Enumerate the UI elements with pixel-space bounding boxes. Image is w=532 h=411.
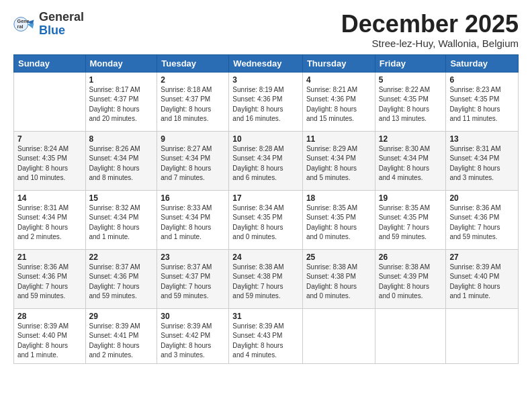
day-number: 23 <box>161 253 225 262</box>
table-row: 18Sunrise: 8:35 AM Sunset: 4:35 PM Dayli… <box>302 190 375 249</box>
table-row: 2Sunrise: 8:18 AM Sunset: 4:37 PM Daylig… <box>157 72 229 131</box>
day-info: Sunrise: 8:18 AM Sunset: 4:37 PM Dayligh… <box>161 85 225 124</box>
col-saturday: Saturday <box>446 54 519 72</box>
day-number: 30 <box>161 312 225 321</box>
table-row: 15Sunrise: 8:32 AM Sunset: 4:34 PM Dayli… <box>85 190 157 249</box>
table-row: 31Sunrise: 8:39 AM Sunset: 4:43 PM Dayli… <box>229 308 303 363</box>
day-number: 19 <box>379 193 443 203</box>
day-number: 31 <box>232 312 299 321</box>
day-number: 26 <box>379 253 443 262</box>
day-number: 28 <box>17 312 82 321</box>
day-number: 18 <box>306 193 371 203</box>
table-row: 19Sunrise: 8:35 AM Sunset: 4:35 PM Dayli… <box>375 190 446 249</box>
day-number: 1 <box>89 75 154 85</box>
day-number: 5 <box>379 75 443 85</box>
table-row <box>375 308 446 363</box>
day-number: 11 <box>306 134 371 144</box>
col-sunday: Sunday <box>14 54 86 72</box>
day-info: Sunrise: 8:28 AM Sunset: 4:34 PM Dayligh… <box>232 144 299 183</box>
day-info: Sunrise: 8:19 AM Sunset: 4:36 PM Dayligh… <box>232 85 299 124</box>
day-info: Sunrise: 8:36 AM Sunset: 4:36 PM Dayligh… <box>17 263 82 302</box>
day-info: Sunrise: 8:31 AM Sunset: 4:34 PM Dayligh… <box>449 144 515 183</box>
day-info: Sunrise: 8:39 AM Sunset: 4:40 PM Dayligh… <box>449 263 515 302</box>
table-row: 11Sunrise: 8:29 AM Sunset: 4:34 PM Dayli… <box>302 131 375 190</box>
table-row <box>14 72 86 131</box>
day-number: 17 <box>232 193 299 203</box>
logo-general: General <box>39 10 84 24</box>
day-info: Sunrise: 8:38 AM Sunset: 4:38 PM Dayligh… <box>232 263 299 302</box>
table-row: 3Sunrise: 8:19 AM Sunset: 4:36 PM Daylig… <box>229 72 303 131</box>
day-number: 21 <box>17 253 82 262</box>
day-number: 9 <box>161 134 225 144</box>
table-row: 22Sunrise: 8:37 AM Sunset: 4:36 PM Dayli… <box>85 249 157 308</box>
day-number: 12 <box>379 134 443 144</box>
header: Gene- ral General Blue December 2025 Str… <box>13 11 519 49</box>
day-info: Sunrise: 8:32 AM Sunset: 4:34 PM Dayligh… <box>89 203 154 242</box>
calendar-table: Sunday Monday Tuesday Wednesday Thursday… <box>13 54 519 364</box>
col-thursday: Thursday <box>302 54 375 72</box>
day-info: Sunrise: 8:34 AM Sunset: 4:35 PM Dayligh… <box>232 203 299 242</box>
table-row: 24Sunrise: 8:38 AM Sunset: 4:38 PM Dayli… <box>229 249 303 308</box>
day-number: 8 <box>89 134 154 144</box>
day-number: 25 <box>306 253 371 262</box>
col-wednesday: Wednesday <box>229 54 303 72</box>
day-info: Sunrise: 8:39 AM Sunset: 4:43 PM Dayligh… <box>232 322 299 361</box>
table-row: 6Sunrise: 8:23 AM Sunset: 4:35 PM Daylig… <box>446 72 519 131</box>
day-number: 22 <box>89 253 154 262</box>
day-info: Sunrise: 8:35 AM Sunset: 4:35 PM Dayligh… <box>379 203 443 242</box>
day-info: Sunrise: 8:35 AM Sunset: 4:35 PM Dayligh… <box>306 203 371 242</box>
day-info: Sunrise: 8:31 AM Sunset: 4:34 PM Dayligh… <box>17 203 82 242</box>
calendar-header-row: Sunday Monday Tuesday Wednesday Thursday… <box>14 54 519 72</box>
table-row: 1Sunrise: 8:17 AM Sunset: 4:37 PM Daylig… <box>85 72 157 131</box>
table-row <box>446 308 519 363</box>
day-number: 24 <box>232 253 299 262</box>
day-info: Sunrise: 8:23 AM Sunset: 4:35 PM Dayligh… <box>449 85 515 124</box>
table-row: 14Sunrise: 8:31 AM Sunset: 4:34 PM Dayli… <box>14 190 86 249</box>
day-number: 2 <box>161 75 225 85</box>
day-number: 6 <box>449 75 515 85</box>
day-number: 29 <box>89 312 154 321</box>
day-info: Sunrise: 8:26 AM Sunset: 4:34 PM Dayligh… <box>89 144 154 183</box>
logo-text: General Blue <box>39 11 84 38</box>
logo-icon: Gene- ral <box>13 13 35 35</box>
day-info: Sunrise: 8:22 AM Sunset: 4:35 PM Dayligh… <box>379 85 443 124</box>
month-title: December 2025 <box>341 11 519 38</box>
day-number: 27 <box>449 253 515 262</box>
title-block: December 2025 Stree-lez-Huy, Wallonia, B… <box>341 11 519 49</box>
day-info: Sunrise: 8:30 AM Sunset: 4:34 PM Dayligh… <box>379 144 443 183</box>
day-info: Sunrise: 8:24 AM Sunset: 4:35 PM Dayligh… <box>17 144 82 183</box>
day-info: Sunrise: 8:29 AM Sunset: 4:34 PM Dayligh… <box>306 144 371 183</box>
table-row <box>302 308 375 363</box>
logo: Gene- ral General Blue <box>13 11 84 38</box>
day-number: 7 <box>17 134 82 144</box>
day-info: Sunrise: 8:33 AM Sunset: 4:34 PM Dayligh… <box>161 203 225 242</box>
table-row: 29Sunrise: 8:39 AM Sunset: 4:41 PM Dayli… <box>85 308 157 363</box>
table-row: 20Sunrise: 8:36 AM Sunset: 4:36 PM Dayli… <box>446 190 519 249</box>
table-row: 9Sunrise: 8:27 AM Sunset: 4:34 PM Daylig… <box>157 131 229 190</box>
day-number: 3 <box>232 75 299 85</box>
day-info: Sunrise: 8:21 AM Sunset: 4:36 PM Dayligh… <box>306 85 371 124</box>
table-row: 5Sunrise: 8:22 AM Sunset: 4:35 PM Daylig… <box>375 72 446 131</box>
day-info: Sunrise: 8:17 AM Sunset: 4:37 PM Dayligh… <box>89 85 154 124</box>
day-number: 14 <box>17 193 82 203</box>
col-monday: Monday <box>85 54 157 72</box>
table-row: 17Sunrise: 8:34 AM Sunset: 4:35 PM Dayli… <box>229 190 303 249</box>
svg-text:ral: ral <box>17 24 24 30</box>
day-info: Sunrise: 8:39 AM Sunset: 4:42 PM Dayligh… <box>161 322 225 361</box>
day-number: 15 <box>89 193 154 203</box>
logo-blue: Blue <box>39 24 65 37</box>
table-row: 13Sunrise: 8:31 AM Sunset: 4:34 PM Dayli… <box>446 131 519 190</box>
table-row: 12Sunrise: 8:30 AM Sunset: 4:34 PM Dayli… <box>375 131 446 190</box>
day-info: Sunrise: 8:37 AM Sunset: 4:36 PM Dayligh… <box>89 263 154 302</box>
table-row: 28Sunrise: 8:39 AM Sunset: 4:40 PM Dayli… <box>14 308 86 363</box>
day-info: Sunrise: 8:38 AM Sunset: 4:39 PM Dayligh… <box>379 263 443 302</box>
page-container: Gene- ral General Blue December 2025 Str… <box>0 0 532 371</box>
day-info: Sunrise: 8:38 AM Sunset: 4:38 PM Dayligh… <box>306 263 371 302</box>
col-friday: Friday <box>375 54 446 72</box>
day-info: Sunrise: 8:36 AM Sunset: 4:36 PM Dayligh… <box>449 203 515 242</box>
table-row: 30Sunrise: 8:39 AM Sunset: 4:42 PM Dayli… <box>157 308 229 363</box>
table-row: 25Sunrise: 8:38 AM Sunset: 4:38 PM Dayli… <box>302 249 375 308</box>
col-tuesday: Tuesday <box>157 54 229 72</box>
day-number: 20 <box>449 193 515 203</box>
day-number: 13 <box>449 134 515 144</box>
